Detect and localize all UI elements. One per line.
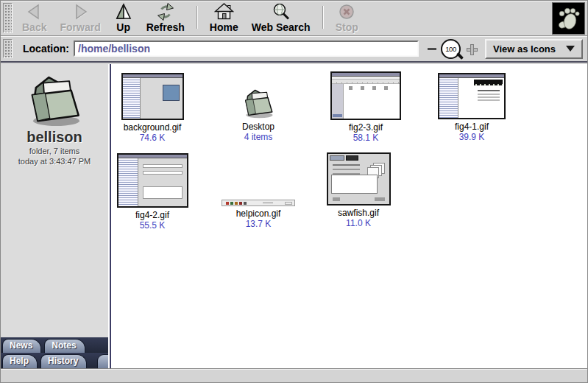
file-background-gif[interactable]: background.gif 74.6 K — [114, 73, 201, 143]
up-label: Up — [116, 22, 130, 33]
file-fig4-1-gif[interactable]: fig4-1.gif 39.9 K — [423, 73, 520, 142]
thumbnail-image — [317, 71, 414, 120]
thumbnail-image — [210, 200, 307, 206]
file-size-label: 58.1 K — [317, 133, 414, 143]
home-icon — [214, 2, 234, 21]
zoom-out-button[interactable] — [428, 48, 436, 50]
chevron-down-icon — [566, 46, 575, 52]
refresh-icon — [156, 2, 175, 21]
web-search-label: Web Search — [252, 22, 311, 33]
file-manager-window: Back Forward Up Refresh Home Web Search … — [0, 0, 588, 383]
sidebar-tab-history[interactable]: History — [40, 354, 87, 368]
sidebar-tab-help[interactable]: Help — [2, 354, 38, 368]
home-button[interactable]: Home — [203, 1, 245, 35]
toolbar-separator — [322, 6, 324, 29]
back-button: Back — [15, 1, 53, 35]
file-name-label: sawfish.gif — [310, 208, 407, 218]
zoom-level-indicator[interactable]: 100 — [441, 39, 461, 59]
toolbar-separator — [196, 6, 198, 29]
refresh-button[interactable]: Refresh — [140, 1, 191, 35]
forward-label: Forward — [60, 22, 100, 33]
back-icon — [25, 2, 44, 21]
thumbnail-image — [310, 152, 407, 205]
sidebar-tab-notes[interactable]: Notes — [44, 339, 85, 353]
sidebar: bellison folder, 7 items today at 3:43:4… — [1, 64, 108, 368]
view-mode-dropdown[interactable]: View as Icons — [485, 39, 583, 59]
sidebar-tab-news[interactable]: News — [2, 339, 41, 353]
sidebar-title: bellison — [1, 129, 108, 146]
file-name-label: fig4-1.gif — [423, 122, 520, 132]
file-fig2-3-gif[interactable]: fig2-3.gif 58.1 K — [317, 71, 414, 143]
file-size-label: 39.9 K — [423, 132, 520, 142]
sidebar-tab-row-1: News Notes — [1, 337, 108, 353]
sidebar-divider — [108, 64, 114, 368]
sidebar-tab-strip: News Notes Help History — [1, 337, 108, 368]
file-size-label: 55.5 K — [114, 220, 201, 231]
sidebar-tab-stub — [97, 354, 108, 368]
file-name-label: helpicon.gif — [210, 208, 307, 219]
view-mode-label: View as Icons — [493, 43, 556, 55]
zoom-in-button[interactable] — [467, 44, 476, 54]
sidebar-item-count: folder, 7 items — [1, 146, 108, 156]
file-fig4-2-gif[interactable]: fig4-2.gif 55.5 K — [114, 153, 201, 231]
location-input[interactable] — [74, 41, 419, 57]
stop-button: Stop — [329, 1, 365, 35]
location-bar-drag-handle[interactable] — [3, 39, 13, 58]
file-sawfish-gif[interactable]: sawfish.gif 11.0 K — [310, 152, 407, 228]
sidebar-header: bellison folder, 7 items today at 3:43:4… — [1, 64, 108, 166]
refresh-label: Refresh — [146, 22, 185, 33]
toolbar-buttons: Back Forward Up Refresh Home Web Search … — [15, 1, 365, 35]
file-size-label: 4 items — [210, 132, 307, 142]
location-label: Location: — [23, 43, 69, 55]
file-helpicon-gif[interactable]: helpicon.gif 13.7 K — [210, 200, 307, 229]
icon-view: background.gif 74.6 K Desktop 4 items fi… — [114, 64, 587, 368]
file-size-label: 74.6 K — [114, 133, 201, 143]
back-label: Back — [22, 22, 46, 33]
web-search-icon — [272, 2, 291, 21]
sidebar-timestamp: today at 3:43:47 PM — [1, 156, 108, 166]
file-size-label: 11.0 K — [310, 218, 407, 228]
location-bar: Location: 100 View as Icons — [1, 36, 587, 63]
up-button[interactable]: Up — [107, 1, 140, 35]
toolbar: Back Forward Up Refresh Home Web Search … — [1, 1, 587, 36]
stop-icon — [337, 2, 356, 21]
sidebar-folder-icon — [21, 70, 88, 127]
thumbnail-image — [423, 73, 520, 119]
home-label: Home — [210, 22, 238, 33]
window-body: bellison folder, 7 items today at 3:43:4… — [1, 64, 587, 368]
file-name-label: background.gif — [114, 122, 201, 133]
file-size-label: 13.7 K — [210, 219, 307, 229]
folder-icon — [210, 85, 307, 119]
thumbnail-image — [114, 153, 201, 208]
file-name-label: fig4-2.gif — [114, 210, 201, 220]
forward-button: Forward — [53, 1, 107, 35]
sidebar-tab-row-2: Help History — [1, 353, 108, 368]
thumbnail-image — [114, 73, 201, 120]
status-bar — [1, 368, 587, 382]
gnome-foot-icon — [555, 4, 583, 32]
forward-icon — [71, 2, 90, 21]
file-name-label: fig2-3.gif — [317, 122, 414, 133]
stop-label: Stop — [336, 22, 358, 33]
zoom-level-value: 100 — [445, 45, 456, 53]
web-search-button[interactable]: Web Search — [245, 1, 317, 35]
toolbar-drag-handle[interactable] — [3, 3, 13, 33]
up-icon — [114, 2, 133, 21]
file-desktop[interactable]: Desktop 4 items — [210, 85, 307, 142]
gnome-throbber — [552, 2, 585, 35]
file-name-label: Desktop — [210, 122, 307, 132]
